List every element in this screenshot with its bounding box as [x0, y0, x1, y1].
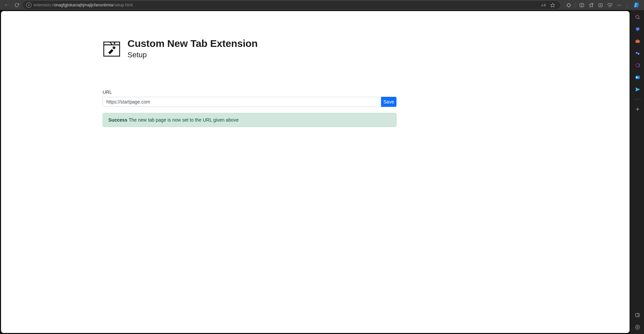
sidebar-settings-icon[interactable]: [634, 323, 641, 331]
split-screen-icon[interactable]: [577, 1, 586, 9]
page: Custom New Tab Extension Setup URL Save …: [1, 11, 630, 333]
browser-toolbar: i extension://onagfgjlokaciajhjmajljcfan…: [0, 0, 644, 10]
svg-text:A: A: [541, 3, 543, 7]
site-info-icon[interactable]: i: [26, 2, 32, 8]
svg-line-21: [638, 18, 639, 19]
address-text: extension://onagfgjlokaciajhjmajljcfanon…: [34, 3, 133, 7]
page-wrap: Custom New Tab Extension Setup URL Save …: [0, 10, 631, 334]
sidebar-games-icon[interactable]: [634, 50, 641, 57]
url-label: URL: [103, 89, 396, 95]
toolbar-right: [564, 1, 624, 9]
svg-point-25: [638, 53, 639, 55]
sidebar-outlook-icon[interactable]: [634, 74, 641, 81]
sidebar-drop-icon[interactable]: [634, 86, 641, 93]
success-alert: Success The new tab page is now set to t…: [103, 113, 396, 127]
svg-point-12: [620, 5, 621, 5]
collections-icon[interactable]: [596, 1, 605, 9]
sidebar-divider: [634, 99, 641, 99]
alert-strong: Success: [108, 117, 127, 123]
page-title: Custom New Tab Extension: [127, 38, 258, 49]
url-input[interactable]: [103, 97, 381, 107]
page-container: Custom New Tab Extension Setup URL Save …: [103, 38, 396, 127]
refresh-button[interactable]: [13, 1, 21, 9]
read-aloud-icon[interactable]: A: [539, 1, 547, 9]
sidebar-shopping-icon[interactable]: [634, 25, 641, 33]
save-button[interactable]: Save: [381, 97, 396, 107]
extension-logo: [103, 39, 121, 57]
svg-point-11: [619, 5, 620, 5]
more-icon[interactable]: [615, 1, 624, 9]
svg-point-34: [637, 326, 638, 328]
copilot-icon[interactable]: [633, 1, 641, 9]
svg-point-24: [636, 52, 637, 54]
svg-rect-23: [637, 40, 638, 40]
sidebar-hide-icon[interactable]: [634, 311, 641, 319]
page-header: Custom New Tab Extension Setup: [103, 38, 396, 59]
svg-rect-22: [636, 40, 640, 43]
address-bar[interactable]: i extension://onagfgjlokaciajhjmajljcfan…: [23, 1, 560, 9]
svg-point-10: [618, 5, 618, 5]
toolbar-divider: [575, 2, 575, 8]
input-row: Save: [103, 97, 396, 107]
page-subtitle: Setup: [127, 51, 258, 59]
favorites-icon[interactable]: [587, 1, 595, 9]
sidebar-m365-icon[interactable]: [634, 62, 641, 69]
sidebar-search-icon[interactable]: [634, 13, 641, 21]
toolbar-divider-2: [627, 2, 627, 8]
alert-message: The new tab page is now set to the URL g…: [127, 117, 239, 123]
url-form: URL Save Success The new tab page is now…: [103, 89, 396, 127]
browser-essentials-icon[interactable]: [605, 1, 614, 9]
svg-rect-32: [636, 313, 639, 317]
svg-rect-19: [108, 49, 114, 54]
svg-marker-1: [550, 3, 555, 7]
sidebar-tools-icon[interactable]: [634, 38, 641, 45]
content-row: Custom New Tab Extension Setup URL Save …: [0, 10, 644, 334]
edge-sidebar: [631, 10, 644, 334]
sidebar-plus-icon[interactable]: [634, 106, 641, 113]
svg-point-20: [636, 15, 639, 18]
svg-rect-29: [636, 77, 637, 78]
extensions-icon[interactable]: [564, 1, 573, 9]
back-button[interactable]: [3, 1, 11, 9]
favorite-star-icon[interactable]: [548, 1, 557, 9]
